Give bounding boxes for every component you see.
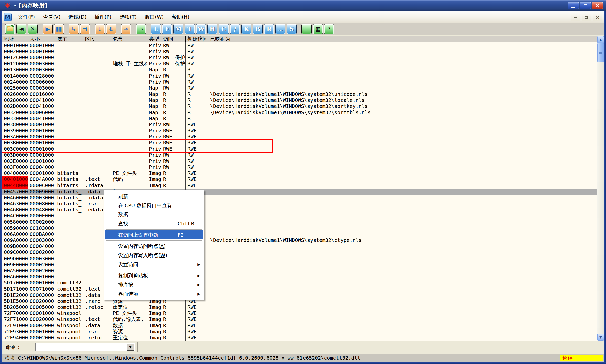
menu-item-p[interactable]: 插件(P) xyxy=(90,12,116,22)
executables-window-button[interactable]: E xyxy=(162,24,172,34)
column-header[interactable]: 地址 xyxy=(2,36,28,42)
references-window-button[interactable]: R xyxy=(264,24,274,34)
context-menu-item-view-in-cpu-data-window[interactable]: 在 CPU 数据窗口中查看 xyxy=(104,201,204,210)
table-row[interactable]: 0059000000103000 xyxy=(2,225,597,231)
table-row[interactable]: 0032000000006000MapRR\Device\HarddiskVol… xyxy=(2,109,597,115)
table-row[interactable]: 0028000000041000MapRR\Device\HarddiskVol… xyxy=(2,97,597,103)
call-stack-window-button[interactable]: K xyxy=(241,24,251,34)
table-row[interactable]: 0026000000016000MapRR\Device\HarddiskVol… xyxy=(2,91,597,97)
table-row[interactable]: 009A000000003000\Device\HarddiskVolume1\… xyxy=(2,237,597,243)
table-row[interactable]: 003D000000001000PrivRWRW xyxy=(2,152,597,158)
column-header[interactable]: 包含 xyxy=(111,36,147,42)
trace-into-button[interactable]: ↓ xyxy=(95,24,105,34)
mdi-minimize-button[interactable]: − xyxy=(571,13,580,21)
command-combobox[interactable]: ▼ xyxy=(35,343,135,351)
table-row[interactable]: 0014000000028000PrivRWRW xyxy=(2,73,597,79)
column-header[interactable]: 大小 xyxy=(28,36,55,42)
table-row[interactable]: 72F9300000001000winspool.rsrc资源ImagRRWE xyxy=(2,329,597,335)
log-window-button[interactable]: L xyxy=(151,24,161,34)
handles-window-button[interactable]: H xyxy=(207,24,217,34)
mdi-restore-button[interactable] xyxy=(582,13,591,21)
run-button[interactable]: ▶ xyxy=(43,24,53,34)
go-to-button[interactable]: → xyxy=(136,24,146,34)
column-header[interactable]: 类型 xyxy=(147,36,161,42)
table-row[interactable]: 009D000000003000 xyxy=(2,256,597,262)
table-row[interactable]: 5D1E200000003000comctl32.data xyxy=(2,292,597,298)
mdi-close-button[interactable]: × xyxy=(593,13,602,21)
minimize-button[interactable] xyxy=(568,2,579,9)
table-row[interactable]: 0012C00000001000PrivRW 保护RW xyxy=(2,54,597,60)
table-row[interactable]: 00A5000000002000 xyxy=(2,268,597,274)
table-row[interactable]: 0024000000006000PrivRWRW xyxy=(2,79,597,85)
table-row[interactable]: 0046000000003000bitarts_.idata xyxy=(2,195,597,201)
column-header[interactable]: 初始访问 xyxy=(186,36,208,42)
table-row[interactable]: 72F7100000020000winspool.text代码,输入表,Imag… xyxy=(2,316,597,322)
threads-window-button[interactable]: T xyxy=(185,24,195,34)
context-menu-item-copy-to-clipboard[interactable]: 复制到剪贴板▶ xyxy=(104,271,204,280)
table-row[interactable]: 009E000000002000 xyxy=(2,262,597,268)
menu-item-v[interactable]: 查看(V) xyxy=(39,12,64,22)
context-menu-item-data[interactable]: 数据 xyxy=(104,210,204,219)
column-header[interactable]: 已映射为 xyxy=(208,36,597,42)
source-window-button[interactable]: S xyxy=(287,24,297,34)
table-row[interactable]: 0002000000001000PrivRWRW xyxy=(2,48,597,54)
command-input[interactable] xyxy=(36,343,127,351)
step-over-button[interactable]: ⇉ xyxy=(80,24,90,34)
help-button[interactable]: ? xyxy=(324,24,334,34)
table-row[interactable]: 004010000004A000bitarts_.text代码ImagRRWE xyxy=(2,176,597,182)
table-header[interactable]: 地址大小属主区段包含类型访问初始访问已映射为 xyxy=(2,36,597,42)
table-row[interactable]: 003F000000004000PrivRWRW xyxy=(2,164,597,170)
context-menu-item-refresh[interactable]: 刷新 xyxy=(104,192,204,201)
appearance-button[interactable]: ▦ xyxy=(313,24,323,34)
memory-window-button[interactable]: M xyxy=(173,24,183,34)
table-row[interactable]: 009C000000002000 xyxy=(2,249,597,255)
table-row[interactable]: 0046B00000048000bitarts_.edata xyxy=(2,207,597,213)
menu-item-t[interactable]: 选项(T) xyxy=(116,12,141,22)
vertical-scrollbar[interactable]: ▲ ▼ xyxy=(597,36,604,341)
table-row[interactable]: 72F7000000001000winspoolPE 文件头ImagRRWE xyxy=(2,310,597,316)
table-row[interactable]: 004C00000000E000 xyxy=(2,213,597,219)
run-to-return-button[interactable]: ⇥ xyxy=(121,24,131,34)
menu-item-d[interactable]: 调试(D) xyxy=(64,12,90,22)
context-menu-item-set-memory-access-breakpoint[interactable]: 设置内存访问断点(A) xyxy=(104,242,204,251)
options-list-button[interactable]: ≡ xyxy=(301,24,312,34)
table-row[interactable]: 006A0000000BA000 xyxy=(2,231,597,237)
table-row[interactable]: 002D000000041000MapRR\Device\HarddiskVol… xyxy=(2,103,597,109)
patches-window-button[interactable]: / xyxy=(230,24,240,34)
column-header[interactable]: 区段 xyxy=(83,36,111,42)
cpu-window-button[interactable]: C xyxy=(219,24,229,34)
scrollbar-thumb[interactable] xyxy=(597,43,604,62)
scroll-up-button[interactable]: ▲ xyxy=(597,36,604,43)
context-menu-item-set-memory-write-breakpoint[interactable]: 设置内存写入断点(W) xyxy=(104,251,204,260)
close-process-button[interactable]: ✕ xyxy=(28,24,38,34)
table-row[interactable]: 009B000000004000 xyxy=(2,243,597,249)
menu-item-h[interactable]: 帮助(H) xyxy=(168,12,194,22)
table-row[interactable]: 0038000000001000PrivRWERWE xyxy=(2,121,597,127)
table-row[interactable]: 003C000000001000PrivRWERWE xyxy=(2,146,597,152)
table-row[interactable]: 0025000000003000MapRWRW xyxy=(2,85,597,91)
mdi-child-icon[interactable]: M xyxy=(4,13,12,21)
table-row[interactable]: 0001000000001000PrivRWRW xyxy=(2,42,597,48)
context-menu-item-search[interactable]: 查找Ctrl+B xyxy=(104,219,204,228)
open-file-button[interactable] xyxy=(5,24,15,34)
windows-window-button[interactable]: W xyxy=(196,24,206,34)
column-header[interactable]: 访问 xyxy=(161,36,186,42)
table-row[interactable]: 0058000000002000 xyxy=(2,219,597,225)
context-menu-item-sort-by[interactable]: 排序按▶ xyxy=(104,280,204,289)
trace-over-button[interactable]: ⇊ xyxy=(106,24,116,34)
table-row[interactable]: 5D17000000001000comctl32 xyxy=(2,280,597,286)
table-row[interactable]: 0013000000003000MapRR xyxy=(2,67,597,73)
run-trace-window-button[interactable]: ... xyxy=(275,24,285,34)
maximize-button[interactable] xyxy=(580,2,591,9)
table-row[interactable]: 003A000000001000PrivRWERWE xyxy=(2,134,597,140)
column-header[interactable]: 属主 xyxy=(55,36,83,42)
step-into-button[interactable]: ↳ xyxy=(69,24,79,34)
menu-item-w[interactable]: 窗口(W) xyxy=(141,12,168,22)
scroll-down-button[interactable]: ▼ xyxy=(597,334,604,341)
table-row[interactable]: 72F9400000002000winspool.reloc重定位ImagRRW… xyxy=(2,335,597,341)
table-row[interactable]: 003B000000001000PrivRWERWE xyxy=(2,140,597,146)
table-row[interactable]: 0046300000008000bitarts_.rsrc xyxy=(2,201,597,207)
table-row[interactable]: 5D1E500000020000comctl32.rsrc资源ImagRRWE xyxy=(2,298,597,304)
context-menu-item-set-break-on-access[interactable]: 在访问上设置中断F2 xyxy=(105,230,203,239)
menu-item-f[interactable]: 文件(F) xyxy=(14,12,39,22)
